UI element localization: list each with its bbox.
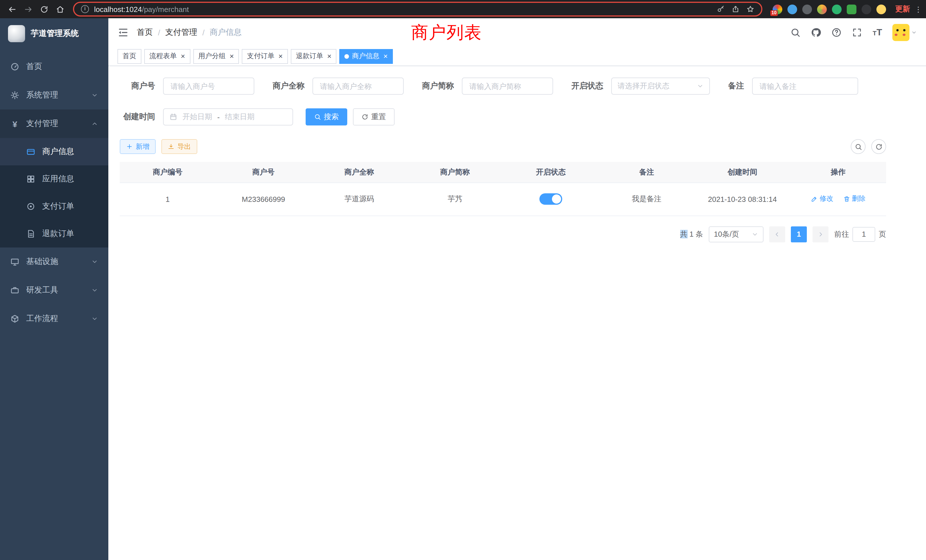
tab-close-icon[interactable] <box>327 52 331 60</box>
user-avatar-menu[interactable] <box>892 24 917 41</box>
github-icon[interactable] <box>811 27 822 38</box>
browser-menu-icon[interactable]: ⋮ <box>915 5 921 14</box>
goto-page: 前往 页 <box>834 227 886 242</box>
breadcrumb-current: 商户信息 <box>210 27 242 38</box>
date-range-picker[interactable]: 开始日期 - 结束日期 <box>163 108 293 126</box>
refresh-table-button[interactable] <box>871 139 886 154</box>
date-start-placeholder: 开始日期 <box>183 112 212 122</box>
tab-close-icon[interactable] <box>230 52 234 60</box>
browser-reload-button[interactable] <box>36 2 51 17</box>
tab-process-form[interactable]: 流程表单 <box>144 49 190 64</box>
full-name-input[interactable] <box>312 77 404 95</box>
sidebar-item-home[interactable]: 首页 <box>0 53 108 81</box>
fullscreen-icon[interactable] <box>852 27 862 38</box>
cell-short-name: 芋艿 <box>407 183 503 216</box>
status-toggle-on[interactable] <box>539 193 562 205</box>
sidebar-item-refund-orders[interactable]: 退款订单 <box>0 220 108 248</box>
bookmark-star-icon[interactable] <box>746 5 754 13</box>
merchant-table: 商户编号 商户号 商户全称 商户简称 开启状态 备注 创建时间 操作 1 M23… <box>120 162 886 216</box>
plus-icon <box>126 143 133 150</box>
delete-button-label: 删除 <box>852 194 865 204</box>
browser-update-button[interactable]: 更新 <box>895 4 910 14</box>
sidebar-item-app-info[interactable]: 应用信息 <box>0 165 108 193</box>
tab-close-icon[interactable] <box>383 52 388 60</box>
remark-input[interactable] <box>752 77 858 95</box>
chevron-left-icon <box>774 231 781 238</box>
tab-refund-orders[interactable]: 退款订单 <box>291 49 337 64</box>
extension-icon[interactable] <box>802 4 812 14</box>
breadcrumb-payment[interactable]: 支付管理 <box>165 27 197 38</box>
sidebar-item-infrastructure[interactable]: 基础设施 <box>0 248 108 276</box>
status-select[interactable]: 请选择开启状态 <box>611 77 710 95</box>
sidebar-item-label: 退款订单 <box>42 229 98 239</box>
next-page-button[interactable] <box>813 226 829 242</box>
extension-icon[interactable] <box>787 4 797 14</box>
sidebar-item-payment[interactable]: ¥ 支付管理 <box>0 109 108 138</box>
calendar-icon <box>169 113 177 121</box>
refresh-icon <box>875 143 882 150</box>
browser-home-button[interactable] <box>53 2 67 17</box>
search-icon[interactable] <box>791 27 801 38</box>
sidebar-item-label: 系统管理 <box>26 90 91 100</box>
password-key-icon[interactable] <box>717 5 725 13</box>
chevron-right-icon <box>817 231 824 238</box>
extension-icon[interactable] <box>876 4 886 14</box>
site-info-icon[interactable]: i <box>81 5 89 13</box>
share-icon[interactable] <box>732 5 740 13</box>
reset-button[interactable]: 重置 <box>353 108 395 126</box>
url-host: localhost:1024 <box>94 5 142 14</box>
page-size-value: 10条/页 <box>714 229 739 239</box>
sidebar-item-merchant-info[interactable]: 商户信息 <box>0 138 108 165</box>
app-logo[interactable]: 芋道管理系统 <box>0 18 108 49</box>
gear-icon <box>10 91 20 100</box>
filter-status: 开启状态 请选择开启状态 <box>571 77 710 95</box>
top-navbar: 首页 / 支付管理 / 商户信息 商户列表 TT <box>108 18 926 47</box>
page-size-select[interactable]: 10条/页 <box>709 226 764 242</box>
field-label: 创建时间 <box>120 112 155 122</box>
prev-page-button[interactable] <box>769 226 785 242</box>
cell-status <box>503 183 599 216</box>
tab-merchant-info[interactable]: 商户信息 <box>340 49 393 64</box>
page-number-button[interactable]: 1 <box>791 226 807 242</box>
tab-payment-orders[interactable]: 支付订单 <box>242 49 287 64</box>
browser-forward-button[interactable] <box>21 2 35 17</box>
sidebar-item-workflow[interactable]: 工作流程 <box>0 304 108 333</box>
merchant-no-input[interactable] <box>163 77 254 95</box>
tab-home[interactable]: 首页 <box>118 49 141 64</box>
search-button-label: 搜索 <box>324 112 339 122</box>
sidebar-item-system[interactable]: 系统管理 <box>0 81 108 109</box>
tab-close-icon[interactable] <box>278 52 283 60</box>
extension-icon[interactable] <box>832 4 841 14</box>
export-button[interactable]: 导出 <box>161 139 197 154</box>
cell-full-name: 芋道源码 <box>311 183 407 216</box>
font-size-icon[interactable]: TT <box>873 28 882 37</box>
chevron-down-icon <box>752 231 758 238</box>
add-button[interactable]: 新增 <box>120 139 156 154</box>
tab-user-group[interactable]: 用户分组 <box>193 49 239 64</box>
extension-icon[interactable]: 10 <box>773 4 782 14</box>
cell-actions: 修改 删除 <box>790 183 886 216</box>
help-icon[interactable] <box>832 27 842 38</box>
tab-label: 商户信息 <box>352 51 380 61</box>
delete-button[interactable]: 删除 <box>843 194 865 204</box>
browser-back-button[interactable] <box>5 2 20 17</box>
extension-icon[interactable] <box>862 4 871 14</box>
extension-icon[interactable] <box>847 4 856 14</box>
hamburger-icon[interactable] <box>118 27 129 38</box>
search-button[interactable]: 搜索 <box>306 108 347 126</box>
tab-close-icon[interactable] <box>181 52 185 60</box>
breadcrumb-home[interactable]: 首页 <box>137 27 153 38</box>
short-name-input[interactable] <box>462 77 553 95</box>
extension-icons: 10 <box>768 4 891 14</box>
url-bar[interactable]: i localhost:1024/pay/merchant <box>73 2 763 17</box>
edit-button[interactable]: 修改 <box>811 194 833 204</box>
sidebar-item-dev-tools[interactable]: 研发工具 <box>0 276 108 304</box>
avatar <box>892 24 909 41</box>
goto-page-input[interactable] <box>852 227 875 242</box>
toggle-search-button[interactable] <box>851 139 865 154</box>
caret-down-icon <box>911 30 917 35</box>
filter-row-2: 创建时间 开始日期 - 结束日期 搜索 重置 <box>120 108 926 126</box>
sidebar-item-payment-orders[interactable]: 支付订单 <box>0 193 108 220</box>
extension-icon[interactable] <box>817 4 827 14</box>
payment-submenu: 商户信息 应用信息 支付订单 退款订单 <box>0 138 108 248</box>
